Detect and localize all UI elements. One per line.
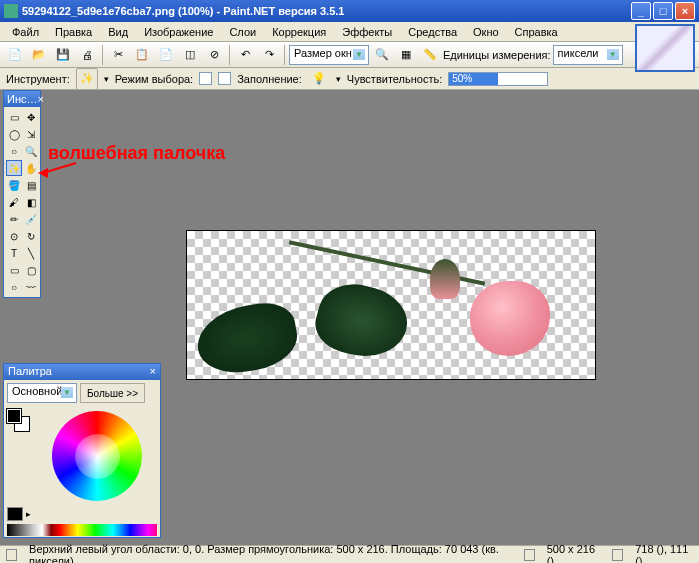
tool-options-bar: Инструмент: ✨ ▾ Режим выбора: Заполнение… [0,68,699,90]
color-channel-dropdown[interactable]: Основной [7,383,77,403]
pan-tool[interactable]: ✋ [23,160,39,176]
status-bar: Верхний левый угол области: 0, 0. Размер… [0,545,699,563]
menu-bar: Файл Правка Вид Изображение Слои Коррекц… [0,22,699,42]
window-title: 59294122_5d9e1e76cba7.png (100%) - Paint… [22,5,629,17]
more-button[interactable]: Больше >> [80,383,145,403]
crop-button[interactable]: ◫ [179,44,201,66]
size-label: Размер окн [294,47,352,59]
freeform-tool[interactable]: 〰 [23,279,39,295]
dropdown-arrow-icon[interactable]: ▾ [104,74,109,84]
menu-tools[interactable]: Средства [400,24,465,40]
menu-window[interactable]: Окно [465,24,507,40]
rose-leaf [192,298,302,379]
grid-button[interactable]: ▦ [395,44,417,66]
fill-label: Заполнение: [237,73,302,85]
svg-marker-1 [38,168,48,178]
new-button[interactable]: 📄 [4,44,26,66]
gradient-tool[interactable]: ▤ [23,177,39,193]
current-color-swatch[interactable] [7,507,23,521]
close-button[interactable]: × [675,2,695,20]
save-button[interactable]: 💾 [52,44,74,66]
sensitivity-slider[interactable]: 50% [448,72,548,86]
redo-button[interactable]: ↷ [258,44,280,66]
paste-button[interactable]: 📄 [155,44,177,66]
sensitivity-label: Чувствительность: [347,73,442,85]
move-tool[interactable]: ✥ [23,109,39,125]
tools-title-text: Инс… [7,93,37,105]
window-titlebar: 59294122_5d9e1e76cba7.png (100%) - Paint… [0,0,699,22]
palette-title-bar: Палитра × [4,364,160,380]
size-dropdown[interactable]: Размер окн [289,45,369,65]
menu-view[interactable]: Вид [100,24,136,40]
open-button[interactable]: 📂 [28,44,50,66]
undo-button[interactable]: ↶ [234,44,256,66]
cut-button[interactable]: ✂ [107,44,129,66]
app-icon [4,4,18,18]
eraser-tool[interactable]: ◧ [23,194,39,210]
chevron-right-icon[interactable]: ▸ [26,509,31,519]
copy-button[interactable]: 📋 [131,44,153,66]
magic-wand-tool[interactable]: ✨ [6,160,22,176]
maximize-button[interactable]: □ [653,2,673,20]
palette-title-text: Палитра [8,365,52,379]
rounded-rect-tool[interactable]: ▢ [23,262,39,278]
current-tool-icon[interactable]: ✨ [76,68,98,90]
zoom-tool[interactable]: 🔍 [23,143,39,159]
rose-flower [470,281,550,356]
menu-help[interactable]: Справка [507,24,566,40]
ellipse-select-tool[interactable]: ○ [6,143,22,159]
color-picker-tool[interactable]: 💉 [23,211,39,227]
color-wheel[interactable] [52,411,142,501]
lasso-tool[interactable]: ◯ [6,126,22,142]
menu-edit[interactable]: Правка [47,24,100,40]
ruler-button[interactable]: 📏 [419,44,441,66]
rect-select-tool[interactable]: ▭ [6,109,22,125]
color-swatches[interactable] [7,409,31,433]
paint-bucket-tool[interactable]: 🪣 [6,177,22,193]
tools-close-icon[interactable]: × [37,93,43,105]
foreground-swatch[interactable] [7,409,21,423]
menu-effects[interactable]: Эффекты [334,24,400,40]
rectangle-tool[interactable]: ▭ [6,262,22,278]
units-dropdown[interactable]: пиксели [553,45,623,65]
dropdown-arrow-icon[interactable]: ▾ [336,74,341,84]
text-tool[interactable]: T [6,245,22,261]
instrument-label: Инструмент: [6,73,70,85]
palette-body: Основной Больше >> ▸ [4,380,160,539]
units-value: пиксели [558,47,599,59]
pencil-tool[interactable]: ✏ [6,211,22,227]
tools-grid: ▭ ✥ ◯ ⇲ ○ 🔍 ✨ ✋ 🪣 ▤ 🖌 ◧ ✏ 💉 ⊙ ↻ T ╲ ▭ ▢ … [4,107,40,297]
annotation-arrow-icon [38,158,78,188]
status-cursor: 718 (), 111 () [635,543,693,564]
menu-file[interactable]: Файл [4,24,47,40]
primary-label: Основной [12,385,62,397]
mode-label: Режим выбора: [115,73,193,85]
main-toolbar: 📄 📂 💾 🖨 ✂ 📋 📄 ◫ ⊘ ↶ ↷ Размер окн 🔍 ▦ 📏 Е… [0,42,699,68]
status-region: Верхний левый угол области: 0, 0. Размер… [29,543,500,564]
move-selection-tool[interactable]: ⇲ [23,126,39,142]
menu-adjustments[interactable]: Коррекция [264,24,334,40]
status-canvas-size: 500 x 216 () [547,543,600,564]
canvas-size-icon [524,549,535,561]
mode-check-2[interactable] [218,72,231,85]
minimize-button[interactable]: _ [631,2,651,20]
fill-icon[interactable]: 💡 [308,68,330,90]
print-button[interactable]: 🖨 [76,44,98,66]
color-strip[interactable] [7,524,157,536]
canvas[interactable] [186,230,596,380]
line-tool[interactable]: ╲ [23,245,39,261]
deselect-button[interactable]: ⊘ [203,44,225,66]
palette-close-icon[interactable]: × [150,365,156,379]
canvas-image [187,231,595,379]
mode-check-1[interactable] [199,72,212,85]
menu-image[interactable]: Изображение [136,24,221,40]
rose-bud [430,259,460,299]
brush-tool[interactable]: 🖌 [6,194,22,210]
ellipse-tool[interactable]: ○ [6,279,22,295]
zoom-button[interactable]: 🔍 [371,44,393,66]
recolor-tool[interactable]: ↻ [23,228,39,244]
clone-tool[interactable]: ⊙ [6,228,22,244]
document-thumbnail[interactable] [635,24,695,72]
menu-layers[interactable]: Слои [221,24,264,40]
status-icon [6,549,17,561]
